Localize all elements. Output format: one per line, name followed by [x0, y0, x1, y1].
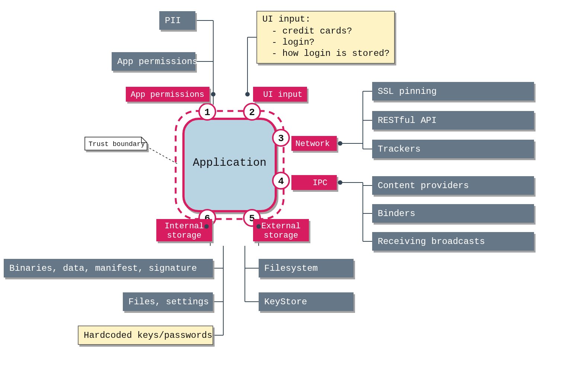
- svg-text:4: 4: [278, 176, 284, 187]
- svg-text:storage: storage: [264, 231, 298, 240]
- svg-text:1: 1: [204, 107, 210, 118]
- threat-model-diagram: Application 1 2 3 4 5 6 App permissions …: [0, 0, 588, 368]
- svg-text:Binaries, data, manifest, sign: Binaries, data, manifest, signature: [9, 263, 197, 273]
- dot-icon: [338, 180, 342, 185]
- svg-text:PII: PII: [165, 16, 181, 26]
- svg-text:External: External: [261, 222, 301, 231]
- svg-text:KeyStore: KeyStore: [264, 297, 307, 307]
- svg-text:Content providers: Content providers: [378, 181, 469, 191]
- svg-text:App permissions: App permissions: [131, 90, 204, 99]
- svg-text:Network: Network: [295, 139, 330, 149]
- svg-text:Binders: Binders: [378, 209, 415, 219]
- svg-text:UI input:: UI input:: [262, 14, 311, 24]
- leaf-ui-input-note: UI input: - credit cards? - login? - how…: [257, 11, 394, 63]
- svg-text:- credit cards?: - credit cards?: [272, 26, 352, 36]
- svg-text:Receiving broadcasts: Receiving broadcasts: [378, 237, 485, 247]
- svg-text:UI input: UI input: [263, 90, 303, 99]
- svg-text:RESTful API: RESTful API: [378, 115, 437, 126]
- svg-text:- login?: - login?: [272, 37, 314, 47]
- svg-text:IPC: IPC: [313, 178, 327, 188]
- trust-boundary-note: Trust boundary: [85, 137, 147, 150]
- svg-text:App permissions: App permissions: [117, 57, 198, 67]
- svg-text:Files, settings: Files, settings: [128, 297, 209, 307]
- dot-icon: [256, 224, 261, 229]
- application-label: Application: [193, 156, 266, 169]
- svg-text:Internal: Internal: [164, 222, 204, 231]
- svg-text:3: 3: [278, 133, 284, 144]
- svg-text:Trust boundary: Trust boundary: [89, 140, 145, 148]
- svg-text:2: 2: [249, 107, 255, 118]
- dot-icon: [204, 224, 209, 229]
- dot-icon: [338, 141, 342, 146]
- svg-text:Trackers: Trackers: [378, 144, 421, 154]
- dot-icon: [245, 92, 250, 96]
- svg-text:Filesystem: Filesystem: [264, 263, 318, 273]
- conn-trust-boundary-note: [146, 146, 178, 164]
- dot-icon: [211, 92, 215, 96]
- svg-text:storage: storage: [167, 231, 201, 240]
- svg-text:- how login is stored?: - how login is stored?: [272, 48, 390, 58]
- svg-text:Hardcoded keys/passwords: Hardcoded keys/passwords: [84, 330, 212, 340]
- svg-text:SSL pinning: SSL pinning: [378, 86, 437, 96]
